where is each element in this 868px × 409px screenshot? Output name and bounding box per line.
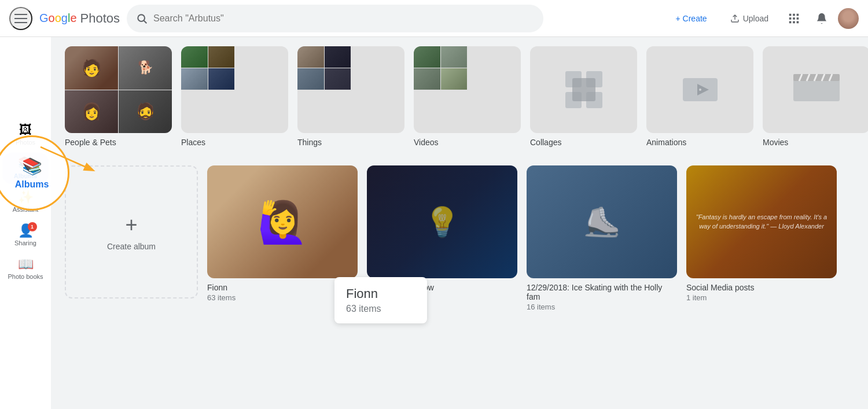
movie-icon: [790, 69, 843, 110]
grid-icon: [788, 12, 800, 25]
category-grid: 🧑 🐕 👩 🧔 People & Pets: [65, 46, 854, 147]
search-bar[interactable]: [127, 5, 543, 32]
animation-icon: [677, 67, 723, 113]
albums-highlight-icon: 📚: [22, 157, 42, 176]
videos-thumb: [414, 46, 521, 133]
category-places[interactable]: Places: [181, 46, 288, 147]
face-sketch-1: 🧑: [65, 46, 118, 90]
album-grid: + Create album 🙋‍♀️ Fionn 63 items 💡 Lif…: [65, 165, 854, 311]
bell-icon: [815, 12, 828, 25]
svg-rect-21: [793, 78, 840, 101]
logo-e: e: [70, 12, 76, 24]
content-area: 🧑 🐕 👩 🧔 People & Pets: [51, 37, 868, 409]
album-social[interactable]: "Fantasy is hardly an escape from realit…: [686, 165, 837, 311]
category-movies[interactable]: Movies: [763, 46, 868, 147]
sharing-badge-wrap: 👤 1: [18, 224, 34, 237]
category-things[interactable]: Things: [297, 46, 404, 147]
place-cell-3: [181, 68, 208, 90]
logo-g2: g: [61, 12, 68, 24]
video-cell-1: [414, 46, 440, 68]
header: Google Photos + Create Upload: [0, 0, 868, 37]
thing-cell-1: [297, 46, 324, 68]
thing-cell-4: [325, 68, 351, 90]
sidebar-item-sharing[interactable]: 👤 1 Sharing: [2, 220, 49, 251]
skating-thumb: ⛸️: [527, 165, 677, 278]
avatar[interactable]: [838, 8, 859, 29]
people-pets-label: People & Pets: [65, 138, 116, 147]
sidebar-item-photobooks[interactable]: 📖 Photo books: [2, 253, 49, 285]
category-people-pets[interactable]: 🧑 🐕 👩 🧔 People & Pets: [65, 46, 172, 147]
menu-button[interactable]: [9, 7, 32, 30]
album-tooltip: Fionn 63 items: [334, 277, 427, 323]
create-icon: [663, 14, 672, 23]
videos-grid: [414, 46, 467, 90]
create-album-card[interactable]: + Create album: [65, 165, 198, 299]
logo-photos-text: Photos: [80, 11, 120, 26]
svg-rect-11: [797, 21, 799, 23]
notifications-button[interactable]: [810, 7, 833, 30]
logo[interactable]: Google Photos: [39, 11, 120, 26]
create-plus-icon: +: [125, 213, 137, 237]
header-actions: + Create Upload: [654, 7, 859, 30]
video-cell-3: [414, 68, 440, 90]
animations-label: Animations: [646, 138, 686, 147]
pp-thumb-4: 🧔: [119, 90, 172, 134]
skating-name: 12/29/2018: Ice Skating with the Holly f…: [527, 283, 677, 301]
albums-highlight-label: Albums: [15, 179, 49, 190]
svg-rect-6: [789, 17, 792, 20]
social-name: Social Media posts: [686, 283, 837, 292]
apps-button[interactable]: [782, 7, 806, 30]
upload-button[interactable]: Upload: [721, 9, 778, 28]
places-label: Places: [181, 138, 205, 147]
category-animations[interactable]: Animations: [646, 46, 753, 147]
place-cell-4: [208, 68, 235, 90]
logo-o1: o: [49, 12, 55, 24]
category-videos[interactable]: Videos: [414, 46, 521, 147]
create-button[interactable]: + Create: [654, 9, 716, 28]
social-thumb: "Fantasy is hardly an escape from realit…: [686, 165, 837, 278]
lifewire-thumb: 💡: [367, 165, 517, 278]
face-sketch-2: 🐕: [119, 46, 172, 90]
skating-emoji: ⛸️: [584, 205, 620, 239]
create-label: + Create: [676, 14, 707, 23]
svg-rect-5: [797, 13, 799, 16]
places-thumb: [181, 46, 288, 133]
search-input[interactable]: [153, 13, 534, 24]
video-cell-4: [441, 68, 468, 90]
people-pets-thumb: 🧑 🐕 👩 🧔: [65, 46, 172, 133]
thing-cell-2: [325, 46, 351, 68]
skating-count: 16 items: [527, 303, 677, 311]
place-cell-1: [181, 46, 208, 68]
photobooks-icon: 📖: [18, 258, 34, 271]
video-cell-2: [441, 46, 468, 68]
create-album-label: Create album: [107, 242, 156, 251]
fionn-thumb: 🙋‍♀️: [207, 165, 358, 278]
fionn-emoji: 🙋‍♀️: [258, 198, 308, 246]
sidebar-photobooks-label: Photo books: [8, 273, 43, 280]
tooltip-album-name: Fionn: [346, 286, 415, 301]
social-count: 1 item: [686, 293, 837, 302]
upload-icon: [730, 14, 740, 23]
main-layout: 📚 Albums 🖼 Photos 📚 Albums ✨ Assistant: [0, 37, 868, 409]
svg-rect-3: [789, 13, 792, 16]
movies-label: Movies: [763, 138, 788, 147]
svg-rect-10: [793, 21, 795, 23]
svg-rect-9: [789, 21, 792, 23]
hamburger-icon: [14, 14, 27, 23]
movies-thumb: [763, 46, 868, 133]
category-collages[interactable]: Collages: [530, 46, 637, 147]
svg-point-0: [138, 14, 145, 21]
pp-thumb-3: 👩: [65, 90, 118, 134]
lifewire-emoji: 💡: [424, 205, 460, 239]
tooltip-count: 63 items: [346, 304, 415, 314]
sharing-badge: 1: [28, 222, 37, 231]
social-quote: "Fantasy is hardly an escape from realit…: [693, 213, 830, 231]
logo-text: Google: [39, 12, 77, 25]
album-skating[interactable]: ⛸️ 12/29/2018: Ice Skating with the Holl…: [527, 165, 677, 311]
svg-rect-4: [793, 13, 795, 16]
collage-icon: [561, 67, 607, 113]
photos-icon: 🖼: [19, 124, 32, 137]
animations-thumb: [646, 46, 753, 133]
videos-label: Videos: [414, 138, 439, 147]
places-grid: [181, 46, 234, 90]
